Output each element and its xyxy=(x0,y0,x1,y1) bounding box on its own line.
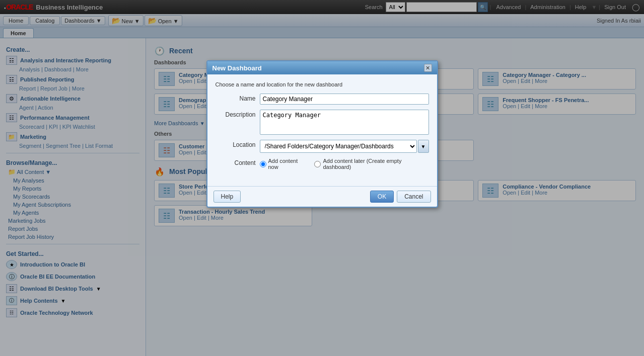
modal-radio-group: Add content now Add content later (Creat… xyxy=(260,158,429,170)
modal-location-label: Location xyxy=(216,140,256,148)
modal-radio-now[interactable] xyxy=(260,161,266,167)
modal-name-label: Name xyxy=(216,94,256,102)
modal-radio-now-label[interactable]: Add content now xyxy=(260,158,309,170)
modal-location-select[interactable]: /Shared Folders/Category Manager/Dashboa… xyxy=(260,140,417,153)
modal-description-label: Description xyxy=(216,110,256,118)
modal-ok-button[interactable]: OK xyxy=(370,191,394,203)
modal-description-textarea[interactable] xyxy=(260,110,429,135)
modal-content-row: Content Add content now Add content late… xyxy=(216,158,429,174)
modal-radio-now-text: Add content now xyxy=(268,158,309,170)
modal-overlay: New Dashboard ✕ Choose a name and locati… xyxy=(0,0,644,356)
modal-close-button[interactable]: ✕ xyxy=(424,64,432,72)
modal-subtitle: Choose a name and location for the new d… xyxy=(216,81,429,87)
modal-name-input[interactable] xyxy=(260,94,429,105)
modal-dialog: New Dashboard ✕ Choose a name and locati… xyxy=(206,60,438,208)
modal-cancel-button[interactable]: Cancel xyxy=(397,191,431,203)
modal-content-label: Content xyxy=(216,158,256,166)
modal-title-bar: New Dashboard ✕ xyxy=(207,61,437,74)
modal-radio-later-text: Add content later (Create empty dashboar… xyxy=(323,158,428,170)
modal-description-row: Description xyxy=(216,110,429,135)
modal-name-row: Name xyxy=(216,94,429,105)
modal-body: Choose a name and location for the new d… xyxy=(207,74,437,186)
modal-radio-later-label[interactable]: Add content later (Create empty dashboar… xyxy=(314,158,428,170)
modal-footer: Help OK Cancel xyxy=(207,186,437,207)
modal-radio-later[interactable] xyxy=(314,161,321,167)
modal-help-button[interactable]: Help xyxy=(213,191,241,203)
modal-title: New Dashboard xyxy=(212,64,262,72)
modal-location-wrap: /Shared Folders/Category Manager/Dashboa… xyxy=(260,140,429,153)
modal-location-row: Location /Shared Folders/Category Manage… xyxy=(216,140,429,153)
modal-location-dropdown-btn[interactable]: ▼ xyxy=(418,140,429,153)
